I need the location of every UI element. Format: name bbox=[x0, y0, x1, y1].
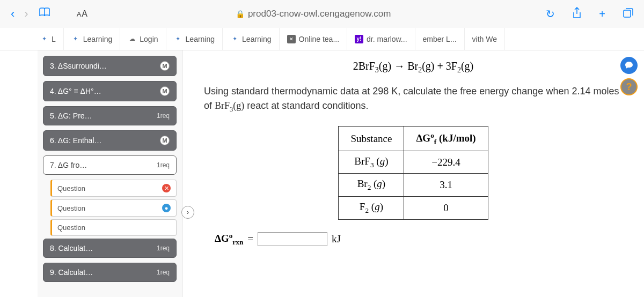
cell-substance: F2 (g) bbox=[339, 197, 404, 220]
tab-1[interactable]: ✦Learning bbox=[64, 28, 121, 50]
sidebar-badge: M bbox=[160, 61, 170, 71]
tab-7[interactable]: ember L... bbox=[415, 28, 465, 50]
sidebar-label: 5. ΔG: Pre… bbox=[50, 112, 92, 120]
tabs-bar: ✦L ✦Learning ☁Login ✦Learning ✦Learning … bbox=[0, 28, 644, 50]
help-button[interactable]: ? bbox=[620, 78, 638, 95]
tab-3[interactable]: ✦Learning bbox=[166, 28, 223, 50]
tab-0[interactable]: ✦L bbox=[32, 28, 64, 50]
cell-value: 3.1 bbox=[404, 174, 488, 197]
tab-label: Learning bbox=[186, 35, 215, 43]
sidebar-label: 7. ΔG fro… bbox=[50, 161, 87, 169]
tab-label: Online tea... bbox=[299, 35, 340, 43]
sidebar-label: 4. ΔG° = ΔH°… bbox=[50, 87, 101, 95]
sub-label: Question bbox=[57, 184, 85, 192]
table-row: Br2 (g) 3.1 bbox=[339, 174, 488, 197]
cell-substance: Br2 (g) bbox=[339, 174, 404, 197]
tab-label: Login bbox=[140, 35, 158, 43]
tab-label: Learning bbox=[242, 35, 272, 43]
favicon-icon: ✦ bbox=[71, 35, 80, 43]
sub-label: Question bbox=[57, 224, 85, 232]
cell-value: 0 bbox=[404, 197, 488, 220]
sidebar-badge: 1req bbox=[157, 269, 170, 276]
sidebar-item-9[interactable]: 9. Calculat…1req bbox=[43, 263, 177, 282]
question-content: 2BrF3(g) → Br2(g) + 3F2(g) Using standar… bbox=[182, 50, 644, 297]
tab-5[interactable]: ✕Online tea... bbox=[280, 28, 348, 50]
favicon-icon: ✦ bbox=[174, 35, 182, 43]
tab-6[interactable]: y!dr. marlow... bbox=[347, 28, 415, 50]
favicon-icon: ✦ bbox=[40, 35, 48, 43]
status-badge-incorrect: ✕ bbox=[162, 184, 171, 192]
sidebar-badge: 1req bbox=[157, 112, 170, 120]
cell-value: −229.4 bbox=[404, 151, 488, 174]
thermodynamic-data-table: Substance ΔGof (kJ/mol) BrF3 (g)BrF3 (g)… bbox=[338, 126, 488, 220]
lock-icon: 🔒 bbox=[236, 10, 245, 18]
answer-row: ΔGorxn = kJ bbox=[215, 232, 623, 247]
tab-label: Learning bbox=[83, 35, 113, 43]
sidebar-badge: 1req bbox=[157, 161, 170, 169]
sidebar-expand-button[interactable]: › bbox=[181, 206, 194, 219]
chat-button[interactable] bbox=[620, 57, 638, 74]
forward-button[interactable]: › bbox=[24, 7, 28, 21]
sidebar-item-8[interactable]: 8. Calculat…1req bbox=[43, 239, 177, 258]
sidebar-label: 3. ΔSsurroundi… bbox=[50, 62, 107, 70]
sidebar-label: 9. Calculat… bbox=[50, 268, 93, 277]
problem-statement: Using standard thermodynamic data at 298… bbox=[204, 84, 623, 114]
cell-substance: BrF3 (g)BrF3 (g) bbox=[339, 151, 404, 174]
sidebar-item-6[interactable]: 6. ΔG: Enthal…M bbox=[43, 130, 177, 151]
tab-label: L bbox=[52, 35, 56, 43]
sub-label: Question bbox=[57, 204, 85, 212]
url-bar[interactable]: 🔒prod03-cnow-owl.cengagenow.com bbox=[98, 9, 529, 19]
sub-question-2[interactable]: Question● bbox=[50, 199, 177, 217]
sidebar-item-4[interactable]: 4. ΔG° = ΔH°…M bbox=[43, 81, 177, 101]
answer-unit: kJ bbox=[332, 233, 341, 245]
favicon-icon: ✦ bbox=[230, 35, 239, 43]
favicon-icon: y! bbox=[355, 35, 363, 43]
tab-4[interactable]: ✦Learning bbox=[223, 28, 280, 50]
table-header-substance: Substance bbox=[339, 127, 404, 151]
table-row: BrF3 (g)BrF3 (g) −229.4 bbox=[339, 151, 488, 174]
status-badge-current: ● bbox=[162, 204, 171, 212]
sidebar-badge: M bbox=[160, 136, 170, 145]
url-text: prod03-cnow-owl.cengagenow.com bbox=[248, 9, 391, 19]
svg-rect-0 bbox=[624, 10, 631, 17]
tab-2[interactable]: ☁Login bbox=[120, 28, 166, 50]
tab-label: ember L... bbox=[423, 35, 457, 43]
tab-label: vith We bbox=[472, 35, 497, 43]
sidebar-item-5[interactable]: 5. ΔG: Pre…1req bbox=[43, 106, 177, 125]
bookmarks-icon[interactable] bbox=[38, 7, 51, 21]
share-button[interactable] bbox=[572, 7, 582, 21]
sidebar-item-3[interactable]: 3. ΔSsurroundi…M bbox=[43, 56, 177, 76]
favicon-icon: ✕ bbox=[287, 35, 296, 43]
tab-label: dr. marlow... bbox=[367, 35, 407, 43]
question-sidebar: 3. ΔSsurroundi…M 4. ΔG° = ΔH°…M 5. ΔG: P… bbox=[38, 50, 182, 297]
text-size-control[interactable]: AAAA bbox=[77, 9, 88, 19]
sidebar-badge: 1req bbox=[157, 244, 170, 252]
sub-question-3[interactable]: Question bbox=[50, 219, 177, 236]
table-header-deltag: ΔGof (kJ/mol) bbox=[404, 127, 488, 151]
back-button[interactable]: ‹ bbox=[11, 7, 14, 21]
reload-button[interactable]: ↻ bbox=[546, 8, 555, 20]
sub-question-1[interactable]: Question✕ bbox=[50, 180, 177, 197]
table-row: F2 (g) 0 bbox=[339, 197, 488, 220]
sidebar-item-7[interactable]: 7. ΔG fro…1req bbox=[43, 155, 177, 175]
sidebar-label: 6. ΔG: Enthal… bbox=[50, 136, 102, 145]
new-tab-button[interactable]: + bbox=[599, 8, 605, 20]
sidebar-badge: M bbox=[160, 86, 170, 96]
answer-input[interactable] bbox=[258, 232, 327, 246]
sidebar-label: 8. Calculat… bbox=[50, 244, 93, 253]
reaction-equation: 2BrF3(g) → Br2(g) + 3F2(g) bbox=[204, 60, 623, 75]
tab-8[interactable]: vith We bbox=[465, 28, 505, 50]
tabs-button[interactable] bbox=[623, 8, 633, 21]
favicon-icon: ☁ bbox=[128, 35, 136, 43]
